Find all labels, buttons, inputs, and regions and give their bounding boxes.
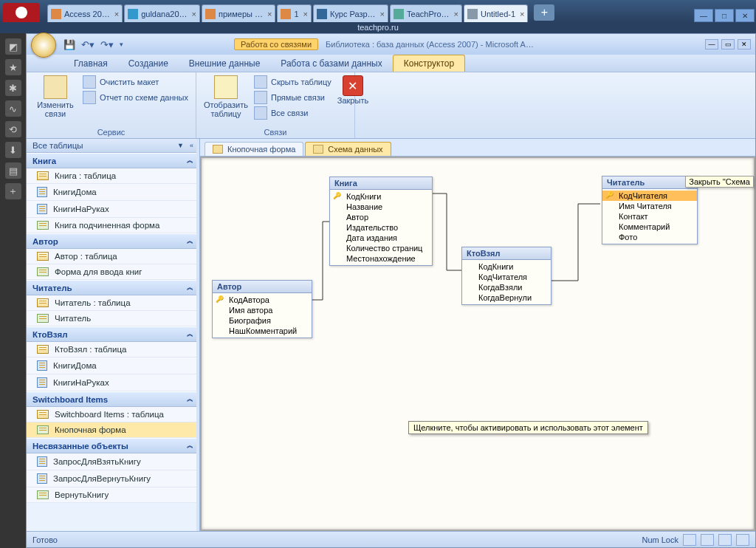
close-window-button[interactable]: ✕: [735, 9, 755, 22]
collapse-icon[interactable]: ︽: [187, 329, 193, 339]
nav-item[interactable]: Форма для ввода книг: [27, 264, 199, 280]
table-field[interactable]: КодЧитателя: [602, 191, 697, 201]
table-field[interactable]: Биография: [213, 315, 312, 326]
nav-item[interactable]: ЗапросДляВернутьКнигу: [27, 470, 199, 487]
all-relations-button[interactable]: Все связи: [254, 106, 331, 120]
maximize-button[interactable]: □: [715, 9, 734, 22]
close-tab-icon[interactable]: ×: [454, 10, 458, 18]
history-icon[interactable]: ⬇: [5, 142, 21, 158]
close-tab-icon[interactable]: ×: [520, 10, 524, 18]
ribbon-tab[interactable]: Конструктор: [393, 55, 465, 72]
table-field[interactable]: Дата издания: [330, 233, 432, 243]
inner-close-button[interactable]: ✕: [738, 39, 751, 49]
table-field[interactable]: Имя Читателя: [602, 201, 697, 211]
table-field[interactable]: Имя автора: [213, 305, 312, 315]
nav-item[interactable]: Книга : таблица: [27, 168, 199, 184]
nav-group-header[interactable]: Читатель︽: [27, 280, 199, 295]
nav-group-header[interactable]: Книга︽: [27, 153, 199, 168]
nav-item[interactable]: КнигиДома: [27, 184, 199, 201]
table-field[interactable]: КогдаВернули: [462, 292, 551, 303]
document-tab[interactable]: Кнопочная форма: [205, 142, 303, 156]
nav-group-header[interactable]: Несвязанные объекты︽: [27, 438, 199, 453]
edit-relationships-button[interactable]: Изменить связи: [34, 75, 77, 118]
navigation-pane[interactable]: Все таблицы ▼ « Книга︽Книга : таблицаКни…: [27, 139, 200, 531]
qat-customize-icon[interactable]: ▾: [120, 41, 123, 48]
collapse-icon[interactable]: ︽: [187, 441, 193, 451]
table-box-kniga[interactable]: КнигаКодКнигиНазваниеАвторИздательствоДа…: [329, 177, 433, 266]
nav-dropdown-icon[interactable]: ▼: [177, 142, 184, 149]
table-box-chit[interactable]: ЧитательКодЧитателяИмя ЧитателяКонтактКо…: [602, 176, 698, 244]
close-tab-icon[interactable]: ×: [267, 10, 272, 18]
schema-report-button[interactable]: Отчет по схеме данных: [83, 91, 188, 104]
nav-item[interactable]: КтоВзял : таблица: [27, 342, 199, 357]
new-tab-button[interactable]: +: [534, 4, 554, 21]
table-field[interactable]: КодАвтора: [213, 295, 312, 305]
view-button-1[interactable]: [683, 534, 696, 546]
nav-collapse-icon[interactable]: «: [190, 142, 193, 149]
nav-item[interactable]: Читатель : таблица: [27, 295, 199, 311]
table-box-header[interactable]: Читатель: [602, 177, 697, 189]
document-tab[interactable]: Схема данных: [305, 142, 391, 156]
browser-tab[interactable]: примеры …×: [202, 4, 275, 22]
close-relationships-button[interactable]: ✕ Закрыть: [337, 75, 368, 105]
opera-menu-button[interactable]: [3, 3, 40, 22]
table-field[interactable]: НашКомментарий: [213, 326, 312, 336]
redo-icon[interactable]: ↷▾: [100, 39, 114, 50]
close-tab-icon[interactable]: ×: [303, 10, 308, 18]
browser-tab[interactable]: Курс Разр…×: [313, 4, 388, 22]
nav-item[interactable]: Switchboard Items : таблица: [27, 407, 199, 422]
inner-restore-button[interactable]: ▭: [721, 39, 735, 49]
clear-layout-button[interactable]: Очистить макет: [83, 75, 188, 89]
browser-tab[interactable]: Untitled-1×: [464, 4, 529, 22]
nav-item[interactable]: Читатель: [27, 311, 199, 326]
nav-item[interactable]: ЗапросДляВзятьКнигу: [27, 453, 199, 470]
nav-item[interactable]: Автор : таблица: [27, 249, 199, 264]
table-field[interactable]: Количество страниц: [330, 243, 432, 253]
nav-item[interactable]: КнигиНаРуках: [27, 201, 199, 218]
view-button-3[interactable]: [718, 534, 732, 546]
links-icon[interactable]: ▤: [5, 162, 21, 179]
relationships-canvas[interactable]: АвторКодАвтораИмя автораБиографияНашКомм…: [200, 157, 755, 531]
collapse-icon[interactable]: ︽: [187, 236, 193, 246]
widgets-icon[interactable]: ✱: [5, 80, 21, 96]
save-icon[interactable]: 💾: [63, 39, 75, 50]
table-field[interactable]: Фото: [602, 232, 697, 242]
table-box-kto[interactable]: КтоВзялКодКнигиКодЧитателяКогдаВзялиКогд…: [461, 247, 551, 305]
browser-tab[interactable]: Access 20…×: [47, 4, 123, 22]
collapse-icon[interactable]: ︽: [187, 283, 193, 292]
table-field[interactable]: КогдаВзяли: [462, 282, 551, 292]
panel-icon[interactable]: ◩: [5, 38, 21, 55]
show-table-button[interactable]: Отобразить таблицу: [204, 75, 248, 118]
browser-tab[interactable]: TeachPro…×: [390, 4, 462, 22]
hide-table-button[interactable]: Скрыть таблицу: [254, 75, 331, 89]
undo-icon[interactable]: ↶▾: [81, 39, 94, 50]
table-field[interactable]: КодКниги: [462, 261, 551, 272]
browser-tab[interactable]: guldana20…×: [124, 4, 200, 22]
inner-minimize-button[interactable]: —: [705, 39, 718, 49]
nav-header[interactable]: Все таблицы ▼ «: [27, 139, 199, 153]
browser-tab[interactable]: 1×: [277, 4, 312, 22]
table-field[interactable]: Комментарий: [602, 222, 697, 232]
notes-icon[interactable]: ∿: [5, 100, 21, 117]
close-tab-icon[interactable]: ×: [192, 10, 196, 18]
ribbon-tab[interactable]: Главная: [63, 55, 118, 72]
transfers-icon[interactable]: ⟲: [5, 121, 21, 137]
ribbon-tab[interactable]: Внешние данные: [179, 55, 271, 72]
nav-group-header[interactable]: Автор︽: [27, 233, 199, 249]
table-box-header[interactable]: КтоВзял: [462, 247, 551, 260]
nav-item[interactable]: Книга подчиненная форма: [27, 218, 199, 233]
collapse-icon[interactable]: ︽: [187, 394, 193, 404]
table-field[interactable]: Местонахождение: [330, 253, 432, 264]
table-field[interactable]: КодЧитателя: [462, 272, 551, 282]
table-box-avtor[interactable]: АвторКодАвтораИмя автораБиографияНашКомм…: [212, 280, 312, 338]
table-box-header[interactable]: Книга: [330, 177, 432, 190]
add-panel-icon[interactable]: ＋: [5, 183, 21, 199]
nav-item[interactable]: Кнопочная форма: [27, 422, 199, 438]
nav-group-header[interactable]: КтоВзял︽: [27, 326, 199, 342]
nav-item[interactable]: КнигиНаРуках: [27, 374, 199, 391]
table-field[interactable]: Контакт: [602, 211, 697, 222]
view-button-4[interactable]: [736, 534, 749, 546]
ribbon-tab[interactable]: Создание: [118, 55, 179, 72]
office-button[interactable]: [31, 32, 56, 58]
table-field[interactable]: Название: [330, 202, 432, 212]
